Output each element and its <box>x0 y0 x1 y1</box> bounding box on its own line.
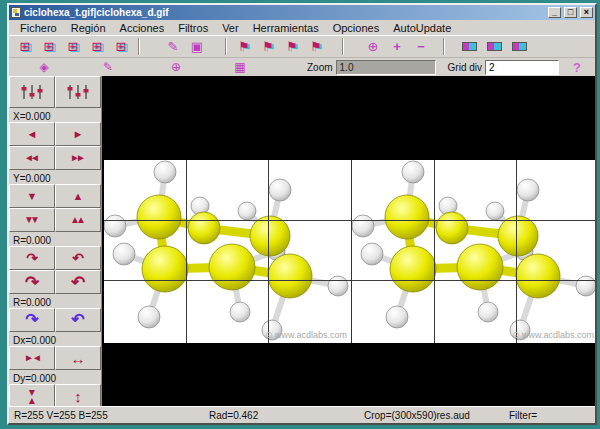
grid-div-label: Grid div <box>448 62 482 73</box>
rad-status: Rad=0.462 <box>209 410 258 421</box>
double-up-arrow-icon: ▲▲ <box>70 215 86 225</box>
sliders-icon <box>20 83 44 101</box>
rotate-blue-cw-icon: ↷ <box>25 312 38 328</box>
rotate-blue-ccw-icon: ↶ <box>71 312 84 328</box>
toolbar-separator <box>342 38 344 55</box>
minimize-button[interactable]: _ <box>548 7 561 18</box>
double-right-arrow-icon: ►► <box>70 153 86 163</box>
menubar: Fichero Región Acciones Filtros Ver Herr… <box>9 20 595 35</box>
dx-scale-label: Dx=0.000 <box>9 332 101 346</box>
sliders-disabled-icon <box>66 83 90 101</box>
move-down-button[interactable]: ▼ <box>9 184 55 208</box>
flag-3-icon[interactable]: ⚑ <box>280 37 304 56</box>
grid-div-input[interactable] <box>485 60 559 75</box>
rotate-ccw-button[interactable]: ↶ <box>55 246 101 270</box>
toolbar-separator <box>138 38 140 55</box>
close-button[interactable]: × <box>580 7 593 18</box>
rotation-label: R=0.000 <box>9 232 101 246</box>
menu-acciones[interactable]: Acciones <box>113 22 172 34</box>
grow-horizontal-button[interactable]: ↔ <box>55 346 101 370</box>
fill-square-icon[interactable]: ▣ <box>185 37 209 56</box>
rotate-cw-fast-button[interactable]: ↷ <box>9 270 55 294</box>
double-left-arrow-icon: ◄◄ <box>24 153 40 163</box>
edit-icon[interactable]: ✎ <box>97 59 119 76</box>
grow-vertical-button[interactable]: ↕ <box>55 384 101 408</box>
rotate-cw-fast-icon: ↷ <box>25 274 39 291</box>
scatter-icon[interactable]: ◈ <box>33 59 55 76</box>
move-right-button[interactable]: ► <box>55 122 101 146</box>
maximize-button[interactable]: □ <box>564 7 577 18</box>
toolbar-separator <box>225 38 227 55</box>
move-down-fast-button[interactable]: ▼▼ <box>9 208 55 232</box>
rotate-blue-cw-button[interactable]: ↷ <box>9 308 55 332</box>
crop-status: Crop=(300x590)res.aud <box>364 410 470 421</box>
rotate-cw-icon: ↷ <box>26 251 38 265</box>
format-chip-3-icon[interactable] <box>512 42 527 51</box>
display-icon[interactable]: ▦ <box>229 59 251 76</box>
grid-line <box>104 220 351 221</box>
menu-herramientas[interactable]: Herramientas <box>246 22 326 34</box>
menu-filtros[interactable]: Filtros <box>171 22 215 34</box>
shrink-horizontal-button[interactable]: ►◄ <box>9 346 55 370</box>
flag-4-icon[interactable]: ⚑ <box>304 37 328 56</box>
image-op-2-icon[interactable]: ⊞ <box>37 37 61 56</box>
zoom-label: Zoom <box>307 62 333 73</box>
channel-sliders-button[interactable] <box>9 76 55 108</box>
acdlabs-watermark: www.acdlabs.com <box>512 330 594 340</box>
image-op-4-icon[interactable]: ⊞ <box>85 37 109 56</box>
cyclohexane-molecule-left <box>104 160 351 343</box>
rotate-ccw-fast-button[interactable]: ↶ <box>55 270 101 294</box>
channel-sliders-disabled-button[interactable] <box>55 76 101 108</box>
move-up-button[interactable]: ▲ <box>55 184 101 208</box>
menu-autoupdate[interactable]: AutoUpdate <box>386 22 458 34</box>
titlebar[interactable]: ciclohexa_t.gif|ciclohexa_d.gif _ □ × <box>9 5 595 20</box>
help-icon[interactable]: ? <box>573 60 581 75</box>
move-right-fast-button[interactable]: ►► <box>55 146 101 170</box>
rotate-ccw-fast-icon: ↶ <box>71 274 85 291</box>
v-shrink-icon: ►◄ <box>27 388 37 404</box>
grid-line <box>268 160 269 343</box>
image-op-3-icon[interactable]: ⊞ <box>61 37 85 56</box>
y-offset-label: Y=0.000 <box>9 170 101 184</box>
v-grow-icon: ↕ <box>74 389 82 404</box>
image-op-5-icon[interactable]: ⊞ <box>109 37 133 56</box>
target-icon[interactable]: ⊕ <box>361 37 385 56</box>
cyclohexane-molecule-right <box>352 160 595 343</box>
move-left-fast-button[interactable]: ◄◄ <box>9 146 55 170</box>
down-arrow-icon: ▼ <box>27 191 38 202</box>
image-op-1-icon[interactable]: ⊞ <box>13 37 37 56</box>
grid-line <box>104 280 351 281</box>
image-panel-right[interactable]: www.acdlabs.com <box>351 160 595 343</box>
menu-region[interactable]: Región <box>64 22 113 34</box>
shrink-vertical-button[interactable]: ►◄ <box>9 384 55 408</box>
draw-pencil-icon[interactable]: ✎ <box>161 37 185 56</box>
flag-1-icon[interactable]: ⚑ <box>232 37 256 56</box>
toolbar-separator <box>443 38 445 55</box>
image-strip: www.acdlabs.com www.acdlabs.com <box>104 160 595 343</box>
main-area: X=0.000 ◄ ► ◄◄ ►► Y=0.000 ▼ ▲ ▼▼ ▲▲ R=0.… <box>9 76 595 406</box>
rotate-cw-button[interactable]: ↷ <box>9 246 55 270</box>
grid-line <box>516 160 517 343</box>
center-target-icon[interactable]: ⊕ <box>165 59 187 76</box>
flag-2-icon[interactable]: ⚑ <box>256 37 280 56</box>
rotate-blue-ccw-button[interactable]: ↶ <box>55 308 101 332</box>
format-chip-1-icon[interactable] <box>462 42 477 51</box>
image-canvas[interactable]: www.acdlabs.com www.acdlabs.com <box>102 76 595 406</box>
format-chip-2-icon[interactable] <box>487 42 502 51</box>
zoom-in-icon[interactable]: + <box>385 37 409 56</box>
left-arrow-icon: ◄ <box>27 129 38 140</box>
view-toolbar: ◈ ✎ ⊕ ▦ Zoom 1.0 Grid div ? <box>9 57 595 76</box>
up-arrow-icon: ▲ <box>73 191 84 202</box>
menu-ver[interactable]: Ver <box>215 22 246 34</box>
image-panel-left[interactable]: www.acdlabs.com <box>104 160 351 343</box>
zoom-out-icon[interactable]: − <box>409 37 433 56</box>
app-icon <box>11 7 21 18</box>
grid-line <box>186 160 187 343</box>
move-up-fast-button[interactable]: ▲▲ <box>55 208 101 232</box>
move-left-button[interactable]: ◄ <box>9 122 55 146</box>
acdlabs-watermark: www.acdlabs.com <box>265 330 347 340</box>
window-title: ciclohexa_t.gif|ciclohexa_d.gif <box>24 5 545 20</box>
menu-fichero[interactable]: Fichero <box>13 22 64 34</box>
grid-line <box>352 220 595 221</box>
menu-opciones[interactable]: Opciones <box>326 22 386 34</box>
